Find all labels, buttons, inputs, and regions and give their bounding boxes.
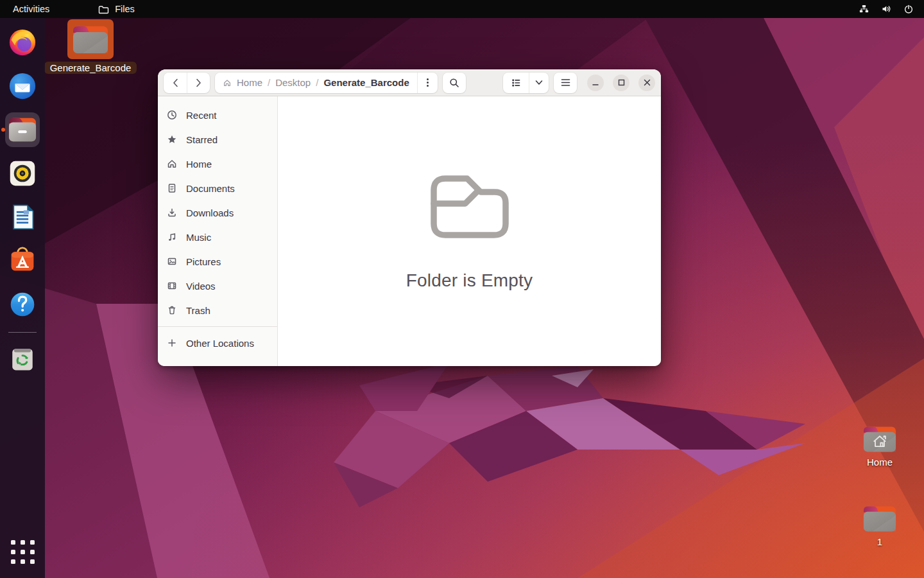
- sidebar-item-label: Pictures: [186, 256, 221, 267]
- trash-icon: [167, 305, 177, 315]
- dock-help-button[interactable]: [5, 287, 40, 322]
- activities-button[interactable]: Activities: [13, 4, 49, 14]
- sidebar-item-documents[interactable]: Documents: [158, 176, 277, 200]
- film-icon: [167, 281, 177, 291]
- home-icon: [223, 78, 232, 87]
- dock-separator: [8, 332, 37, 333]
- maximize-icon: [618, 79, 625, 86]
- thunderbird-icon: [8, 71, 37, 101]
- header-bar[interactable]: Home / Desktop / Generate_Barcode: [158, 69, 661, 96]
- sidebar-item-label: Music: [186, 232, 211, 243]
- search-icon: [449, 78, 459, 88]
- dock-thunderbird-button[interactable]: [5, 69, 40, 103]
- desktop-icon-1[interactable]: 1: [853, 503, 906, 547]
- window-body: Recent Starred Home: [158, 96, 661, 366]
- hamburger-menu-icon: [561, 78, 570, 87]
- folder-content-area[interactable]: Folder is Empty: [278, 96, 661, 366]
- app-menu-button[interactable]: Files: [98, 4, 135, 14]
- dock-firefox-button[interactable]: [5, 25, 40, 60]
- sidebar-item-pictures[interactable]: Pictures: [158, 249, 277, 274]
- dock-trash-button[interactable]: [5, 341, 40, 376]
- view-button-group: [503, 73, 549, 93]
- close-button[interactable]: [638, 74, 655, 91]
- list-view-button[interactable]: [503, 73, 529, 93]
- back-button[interactable]: [164, 73, 187, 93]
- folder-icon: [73, 24, 108, 54]
- breadcrumb-segment-desktop[interactable]: Desktop: [275, 77, 311, 88]
- desktop-icon-label: Generate_Barcode: [44, 62, 137, 74]
- volume-icon: [881, 4, 892, 14]
- status-area[interactable]: [859, 4, 914, 14]
- breadcrumb-segment-home[interactable]: Home: [237, 77, 262, 88]
- desktop-icon-label: 1: [877, 536, 882, 547]
- sidebar-item-trash[interactable]: Trash: [158, 298, 277, 322]
- sidebar-item-label: Recent: [186, 110, 217, 121]
- sidebar-item-recent[interactable]: Recent: [158, 103, 277, 127]
- libreoffice-writer-icon: [8, 203, 37, 231]
- files-window: Home / Desktop / Generate_Barcode: [158, 69, 661, 366]
- nav-button-group: [164, 73, 210, 93]
- breadcrumb-segment-current[interactable]: Generate_Barcode: [323, 77, 409, 88]
- sidebar-item-home[interactable]: Home: [158, 152, 277, 176]
- desktop-icon-generate-barcode[interactable]: Generate_Barcode: [55, 19, 126, 74]
- top-bar: Activities Files: [0, 0, 924, 18]
- folder-icon: [98, 4, 109, 14]
- sidebar-item-downloads[interactable]: Downloads: [158, 200, 277, 225]
- view-options-dropdown[interactable]: [529, 73, 549, 93]
- dock-ubuntu-software-button[interactable]: [5, 243, 40, 278]
- star-icon: [167, 134, 177, 144]
- dock-show-apps-button[interactable]: [5, 540, 40, 578]
- breadcrumb-separator: /: [268, 77, 270, 88]
- sidebar-item-label: Home: [186, 159, 212, 170]
- rhythmbox-icon: [8, 159, 37, 188]
- firefox-icon: [8, 28, 37, 57]
- sidebar-item-videos[interactable]: Videos: [158, 274, 277, 298]
- home-folder-icon: [863, 425, 896, 453]
- sidebar-item-label: Starred: [186, 134, 218, 145]
- dock-libreoffice-writer-button[interactable]: [5, 200, 40, 234]
- window-controls: [587, 74, 655, 91]
- minimize-button[interactable]: [587, 74, 604, 91]
- plus-icon: [167, 338, 177, 348]
- sidebar-item-label: Downloads: [186, 207, 234, 218]
- empty-folder-message: Folder is Empty: [406, 270, 533, 291]
- app-menu-label: Files: [115, 4, 135, 14]
- dock-files-button[interactable]: [5, 112, 40, 147]
- dock: [0, 18, 45, 578]
- desktop-icon-label: Home: [867, 457, 893, 468]
- sidebar-item-starred[interactable]: Starred: [158, 127, 277, 152]
- dock-rhythmbox-button[interactable]: [5, 156, 40, 191]
- main-menu-button[interactable]: [554, 73, 577, 93]
- sidebar-item-label: Other Locations: [186, 338, 254, 349]
- breadcrumb-separator: /: [316, 77, 318, 88]
- kebab-menu-icon: [427, 77, 429, 88]
- music-note-icon: [167, 232, 177, 242]
- chevron-left-icon: [173, 78, 178, 87]
- folder-menu-button[interactable]: [418, 73, 438, 93]
- sidebar-separator: [158, 326, 277, 327]
- clock-icon: [167, 110, 177, 120]
- trash-icon: [9, 344, 36, 372]
- search-button[interactable]: [443, 73, 466, 93]
- folder-outline-icon: [427, 171, 513, 242]
- document-icon: [167, 183, 177, 193]
- sidebar-item-label: Videos: [186, 281, 216, 292]
- sidebar-item-other-locations[interactable]: Other Locations: [158, 331, 277, 355]
- sidebar: Recent Starred Home: [158, 96, 278, 366]
- download-icon: [167, 207, 177, 218]
- ubuntu-software-icon: [8, 247, 37, 275]
- desktop-icon-home[interactable]: Home: [853, 423, 906, 468]
- folder-icon: [863, 504, 896, 532]
- forward-button[interactable]: [187, 73, 210, 93]
- image-icon: [167, 256, 177, 267]
- chevron-right-icon: [196, 78, 201, 87]
- maximize-button[interactable]: [613, 74, 629, 91]
- sidebar-item-label: Documents: [186, 183, 235, 194]
- sidebar-item-music[interactable]: Music: [158, 225, 277, 249]
- minimize-icon: [592, 80, 599, 86]
- sidebar-item-label: Trash: [186, 305, 210, 316]
- list-view-icon: [511, 78, 521, 88]
- show-apps-icon: [11, 540, 35, 564]
- path-bar: Home / Desktop / Generate_Barcode: [215, 73, 438, 93]
- network-icon: [859, 4, 869, 14]
